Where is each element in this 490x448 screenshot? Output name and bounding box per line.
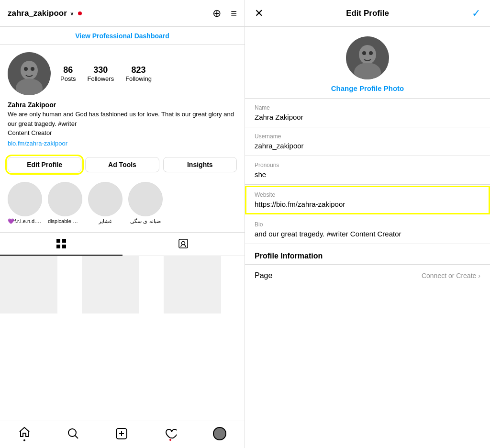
nav-username[interactable]: zahra_zakipoor (8, 9, 67, 18)
post-cell[interactable] (82, 256, 139, 314)
connect-create-label: Connect or Create (422, 272, 476, 280)
left-panel: zahra_zakipoor ∨ ⊕ ≡ View Professional D… (0, 0, 245, 448)
heart-nav-item[interactable] (164, 427, 177, 440)
following-count: 823 (132, 65, 146, 75)
following-label: Following (125, 75, 152, 82)
bio-text: We are only human and God has fashioned … (8, 110, 237, 138)
svg-rect-8 (62, 245, 66, 248)
following-stat[interactable]: 823 Following (125, 65, 152, 82)
nav-avatar (213, 427, 226, 440)
bio-label: Bio (255, 221, 480, 228)
action-buttons: Edit Profile Ad Tools Insights (0, 153, 245, 178)
story-circle (88, 182, 122, 216)
stories-row: 💜f.r.i.e.n.d.s... dispicable me... غشایر… (0, 178, 245, 232)
close-icon[interactable]: ✕ (255, 7, 263, 20)
story-circle (8, 182, 42, 216)
notification-dot (78, 11, 82, 15)
name-value[interactable]: Zahra Zakipoor (255, 113, 480, 123)
username-label: Username (255, 133, 480, 140)
top-nav: zahra_zakipoor ∨ ⊕ ≡ (0, 0, 245, 27)
post-cell[interactable] (164, 256, 221, 314)
followers-stat[interactable]: 330 Followers (88, 65, 114, 82)
website-value[interactable]: https://bio.fm/zahra-zakipoor (255, 200, 480, 210)
website-field[interactable]: Website https://bio.fm/zahra-zakipoor (245, 186, 490, 214)
edit-profile-button[interactable]: Edit Profile (8, 157, 81, 172)
story-item-friends[interactable]: 💜f.r.i.e.n.d.s... (8, 182, 42, 224)
profile-section: 86 Posts 330 Followers 823 Following (0, 45, 245, 99)
bottom-nav (0, 421, 245, 448)
post-cell[interactable] (0, 256, 57, 314)
tab-tagged[interactable] (122, 233, 245, 256)
bio-field: Bio and our great tragedy. #writer Conte… (245, 215, 490, 244)
nav-right: ⊕ ≡ (212, 7, 237, 20)
home-nav-item[interactable] (18, 426, 31, 441)
svg-point-3 (24, 67, 28, 71)
pronouns-value[interactable]: she (255, 170, 480, 180)
ad-tools-button[interactable]: Ad Tools (85, 157, 159, 172)
change-photo-button[interactable]: Change Profile Photo (331, 84, 404, 92)
story-label: dispicable me... (48, 218, 82, 224)
chevron-down-icon: ∨ (70, 10, 74, 17)
profile-information-section: Profile Information (245, 244, 490, 265)
home-active-dot (23, 439, 25, 441)
name-label: Name (255, 104, 480, 111)
edit-avatar (346, 36, 389, 79)
stats-row: 86 Posts 330 Followers 823 Following (60, 65, 152, 82)
svg-point-17 (369, 51, 373, 55)
pronouns-field: Pronouns she (245, 156, 490, 185)
pronouns-label: Pronouns (255, 162, 480, 168)
tab-icons (0, 232, 245, 256)
photo-section: Change Profile Photo (245, 27, 490, 99)
search-nav-item[interactable] (67, 427, 79, 440)
followers-label: Followers (88, 75, 114, 82)
menu-icon[interactable]: ≡ (231, 7, 237, 20)
posts-grid (0, 256, 245, 421)
tab-grid[interactable] (0, 233, 122, 256)
avatar (8, 52, 51, 95)
posts-count: 86 (63, 65, 73, 75)
right-panel: ✕ Edit Profile ✓ Change Profile Photo Na… (245, 0, 490, 448)
page-label: Page (255, 271, 272, 280)
story-label: ضبانه ی سگی (130, 218, 160, 224)
username-field: Username zahra_zakipoor (245, 127, 490, 156)
svg-rect-6 (62, 239, 66, 243)
story-circle (48, 182, 82, 216)
add-post-icon[interactable]: ⊕ (212, 7, 221, 20)
story-item-dispicable[interactable]: dispicable me... (48, 182, 82, 224)
insights-button[interactable]: Insights (163, 157, 237, 172)
svg-point-11 (68, 429, 76, 437)
story-circle (128, 182, 163, 216)
edit-profile-header: ✕ Edit Profile ✓ (245, 0, 490, 27)
story-item-ghashayir[interactable]: غشایر (88, 182, 122, 224)
chevron-right-icon: › (478, 272, 480, 280)
posts-label: Posts (60, 75, 76, 82)
add-nav-item[interactable] (115, 427, 128, 440)
connect-create-button[interactable]: Connect or Create › (422, 272, 480, 280)
pro-dashboard-link[interactable]: View Professional Dashboard (75, 32, 169, 40)
svg-point-16 (362, 51, 366, 55)
heart-notification-dot (169, 439, 171, 441)
profile-nav-item[interactable] (213, 427, 226, 440)
svg-rect-5 (56, 239, 60, 243)
form-fields: Name Zahra Zakipoor Username zahra_zakip… (245, 99, 490, 448)
page-row[interactable]: Page Connect or Create › (245, 265, 490, 287)
svg-rect-9 (179, 239, 188, 248)
pro-dashboard-bar: View Professional Dashboard (0, 27, 245, 45)
story-item-zabane[interactable]: ضبانه ی سگی (128, 182, 163, 224)
svg-rect-7 (56, 245, 60, 248)
profile-name: Zahra Zakipoor (8, 101, 237, 109)
story-label: غشایر (99, 218, 112, 224)
story-label: 💜f.r.i.e.n.d.s... (8, 218, 42, 224)
edit-profile-title: Edit Profile (346, 9, 389, 18)
nav-left: zahra_zakipoor ∨ (8, 9, 82, 18)
confirm-icon[interactable]: ✓ (472, 7, 480, 20)
profile-info-title: Profile Information (255, 252, 480, 260)
posts-stat[interactable]: 86 Posts (60, 65, 76, 82)
svg-point-4 (31, 67, 34, 71)
username-value[interactable]: zahra_zakipoor (255, 142, 480, 152)
bio-value[interactable]: and our great tragedy. #writer Content C… (255, 230, 480, 240)
followers-count: 330 (93, 65, 108, 75)
bio-section: Zahra Zakipoor We are only human and God… (0, 99, 245, 153)
name-field: Name Zahra Zakipoor (245, 99, 490, 127)
bio-link[interactable]: bio.fm/zahra-zakipoor (8, 140, 67, 147)
